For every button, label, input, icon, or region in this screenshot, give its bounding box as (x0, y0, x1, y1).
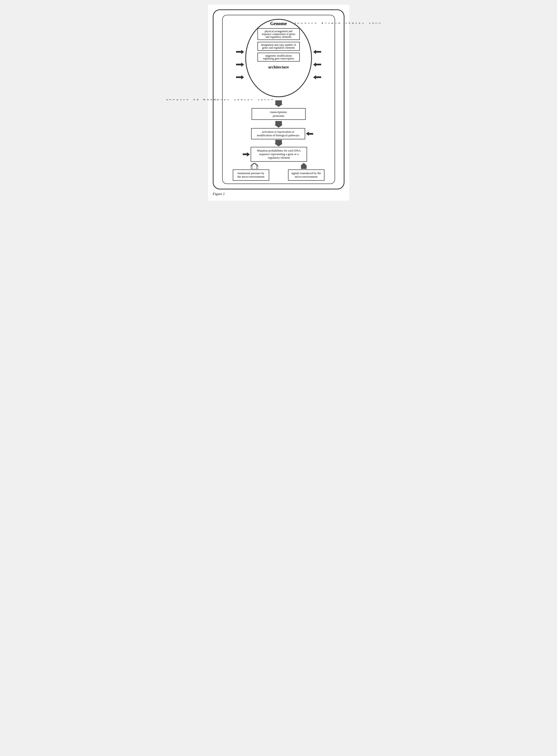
svg-marker-2 (274, 121, 283, 128)
svg-marker-3 (274, 140, 283, 147)
arrow-transcriptome-to-pathways (274, 121, 283, 128)
pathways-row: activation or inactivation or modificati… (225, 128, 333, 139)
pathways-right-arrow (306, 132, 313, 136)
left-arrow-2 (236, 63, 244, 67)
mutation-row: Mutation probabilities for each DNA sequ… (225, 147, 333, 162)
left-arrow-3 (236, 75, 244, 80)
signals-box: signals transduced by the micro-environm… (288, 169, 324, 181)
outer-box: effectsondaughtercancercells (213, 9, 345, 189)
left-arrow-1 (236, 50, 244, 54)
right-vertical-label: effectswithincancercell (335, 15, 340, 184)
left-genome-arrows (236, 37, 244, 80)
left-vertical-label: effectsondaughtercancercells (217, 15, 222, 184)
bottom-arrows-row (225, 163, 333, 169)
arrow-pathways-to-mutation (274, 140, 283, 147)
genome-circle-content: Genome physical arrangement and sequence… (244, 18, 313, 71)
transcriptome-box: transcriptome proteome (252, 108, 306, 120)
arrow-genome-to-transcriptome (274, 100, 283, 107)
mutational-pressure-box: mutational pressure by the micro-environ… (233, 169, 269, 181)
pathways-box: activation or inactivation or modificati… (251, 128, 305, 139)
figure-caption: Figure 1 (213, 192, 345, 196)
left-label-text: effectsondaughtercancercells (165, 99, 274, 100)
full-diagram: effectsondaughtercancercells (217, 15, 340, 184)
arrow-mutational-up (251, 163, 258, 169)
mutation-box: Mutation probabilities for each DNA sequ… (251, 147, 307, 162)
bottom-row: mutational pressure by the micro-environ… (225, 169, 333, 181)
genome-title: Genome (270, 21, 287, 26)
architecture-label: architecture (268, 65, 289, 69)
mutation-left-arrow (243, 152, 250, 157)
svg-marker-1 (274, 100, 283, 107)
genome-box-1: physical arrangement and sequence compos… (258, 28, 300, 40)
genome-circle: Genome physical arrangement and sequence… (244, 18, 313, 98)
page-wrapper: effectsondaughtercancercells (208, 5, 349, 201)
arrow-signals-up (301, 163, 306, 169)
genome-box-3: epigenetic modifications regulating gene… (258, 53, 300, 62)
right-arrow-3 (313, 75, 321, 80)
right-genome-arrows (313, 37, 321, 80)
genome-section: Genome physical arrangement and sequence… (225, 18, 333, 98)
genome-box-2: designation and copy number of genes and… (258, 42, 300, 51)
right-arrow-1 (313, 50, 321, 54)
svg-marker-6 (301, 163, 306, 169)
right-arrow-2 (313, 63, 321, 67)
